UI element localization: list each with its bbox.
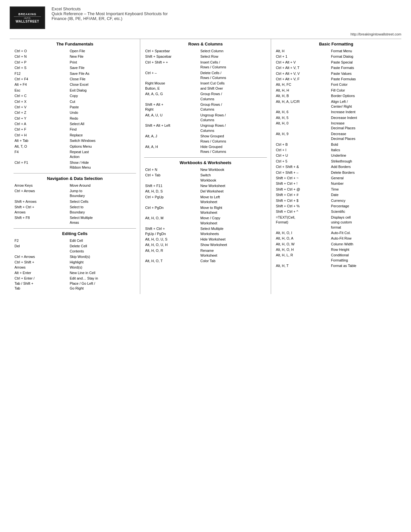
shortcut-key: Ctrl + C bbox=[14, 93, 69, 99]
table-row: Ctrl + TabSwitch Workbook bbox=[144, 172, 267, 183]
table-row: Alt, H, O, HRow Height bbox=[275, 247, 397, 252]
shortcut-desc: Select Multiple Worksheets bbox=[199, 226, 267, 237]
shortcut-desc: Del Worksheet bbox=[199, 189, 267, 194]
shortcut-desc: Paste Values bbox=[330, 71, 397, 76]
shortcut-key: Shift + Ctrl + @ bbox=[275, 187, 330, 192]
table-row: Ctrl + NNew Workbook bbox=[144, 167, 267, 172]
shortcut-key: Ctrl + 5 bbox=[275, 159, 330, 164]
shortcut-key: Ctrl + N bbox=[14, 54, 69, 59]
shortcut-key: Alt, H, 6 bbox=[275, 109, 330, 115]
shortcut-key: Alt + F4 bbox=[14, 82, 69, 87]
col-right: Basic Formatting Alt, HFormat MenuCtrl +… bbox=[271, 39, 401, 294]
shortcut-desc: Close Excel bbox=[69, 82, 136, 87]
shortcut-desc: Copy bbox=[69, 93, 136, 99]
shortcut-desc: Italics bbox=[330, 147, 397, 153]
shortcut-key: Ctrl + Tab bbox=[144, 172, 199, 183]
shortcut-key: Alt, H, H bbox=[275, 88, 330, 93]
table-row: Ctrl + SSave File bbox=[14, 65, 136, 71]
table-row: Ctrl + F4Close File bbox=[14, 76, 136, 82]
divider-editing bbox=[14, 228, 136, 229]
table-row: Ctrl + F1Show / Hide Ribbon Menu bbox=[14, 160, 136, 171]
col-left: The Fundamentals Ctrl + OOpen FileCtrl +… bbox=[10, 39, 140, 294]
shortcut-key: Alt, H, FC bbox=[275, 82, 330, 87]
shortcut-desc: Conditional Formatting bbox=[330, 252, 397, 263]
shortcut-key: Ctrl + Enter / Tab / Shift + Tab bbox=[14, 276, 69, 291]
shortcut-desc: Select to Boundary bbox=[69, 204, 136, 215]
shortcut-key: Arrow Keys bbox=[14, 183, 69, 188]
table-row: Alt, H, BBorder Options bbox=[275, 93, 397, 99]
shortcut-key: Shift + Ctrl + ~ bbox=[275, 175, 330, 181]
basic-formatting-table: Alt, HFormat MenuCtrl + 1Format DialogCt… bbox=[275, 48, 397, 269]
shortcut-key: Alt, T, O bbox=[14, 144, 69, 149]
shortcut-desc: Increase Decimal Places bbox=[330, 121, 397, 131]
shortcut-desc: Insert Cut Cells and Shift Over bbox=[199, 81, 267, 91]
shortcut-key: Ctrl + B bbox=[275, 142, 330, 147]
table-row: Alt, H, D, SDel Worksheet bbox=[144, 189, 267, 194]
table-row: Alt, H, FCFont Color bbox=[275, 82, 397, 87]
table-row: F12Save File As bbox=[14, 71, 136, 76]
shortcut-key: Esc bbox=[14, 88, 69, 93]
shortcut-desc: New Worksheet bbox=[199, 183, 267, 189]
navigation-table: Arrow KeysMove AroundCtrl + ArrowsJump t… bbox=[14, 183, 136, 226]
table-row: DelDelete Cell Contents bbox=[14, 243, 136, 254]
shortcut-key: Ctrl + Shift + Arrows bbox=[14, 260, 69, 270]
shortcut-desc: Color Tab bbox=[199, 258, 267, 264]
shortcut-desc: Switch Windows bbox=[69, 138, 136, 143]
table-row: Ctrl + 1Format Dialog bbox=[275, 54, 397, 59]
url-line: http://breakingintowallstreet.com bbox=[10, 32, 401, 36]
table-row: Ctrl + NNew File bbox=[14, 54, 136, 59]
shortcut-desc: Bold bbox=[330, 142, 397, 147]
shortcut-desc: Decrease Decimal Places bbox=[330, 131, 397, 142]
shortcut-key: Ctrl + Arrows bbox=[14, 254, 69, 260]
shortcut-desc: Font Color bbox=[330, 82, 397, 87]
table-row: Ctrl + HReplace bbox=[14, 133, 136, 138]
shortcut-desc: Show Grouped Rows / Columns bbox=[199, 133, 267, 144]
shortcut-desc: Save File As bbox=[69, 71, 136, 76]
divider-nav bbox=[14, 173, 136, 173]
table-row: Ctrl + OOpen File bbox=[14, 48, 136, 54]
shortcut-desc: Number bbox=[330, 181, 397, 186]
shortcut-desc: Increase Indent bbox=[330, 109, 397, 115]
table-row: Shift + Ctrl + $Currency bbox=[275, 198, 397, 203]
shortcut-desc: Move / Copy Worksheet bbox=[199, 215, 267, 226]
shortcut-desc: General bbox=[330, 175, 397, 181]
table-row: Alt + TabSwitch Windows bbox=[14, 138, 136, 143]
shortcut-key: Shift + Ctrl + ^ bbox=[275, 209, 330, 214]
table-row: Shift + Ctrl + ^Scientific bbox=[275, 209, 397, 214]
table-row: Alt, H, O, RRename Worksheet bbox=[144, 248, 267, 259]
shortcut-key: Ctrl + X bbox=[14, 99, 69, 104]
shortcut-desc: Cut bbox=[69, 99, 136, 104]
header: BREAKING INTO WALLSTREET Excel Shortcuts… bbox=[10, 6, 401, 29]
shortcut-desc: Select Cells bbox=[69, 199, 136, 204]
shortcut-desc: Add Borders bbox=[330, 164, 397, 170]
shortcut-desc: Edit and… Stay in Place / Go Left / Go R… bbox=[69, 276, 136, 291]
shortcut-desc: Move Around bbox=[69, 183, 136, 188]
shortcut-key: Ctrl + I bbox=[275, 147, 330, 153]
shortcut-key: Ctrl + Arrows bbox=[14, 188, 69, 199]
shortcut-key: Alt, A, G, G bbox=[144, 91, 199, 102]
table-row: Ctrl + Shift + –Delete Borders bbox=[275, 170, 397, 175]
table-row: Shift + SpacebarSelect Row bbox=[144, 54, 267, 59]
shortcut-key: Alt, H, 9 bbox=[275, 131, 330, 142]
shortcut-key: Alt, H, O, A bbox=[275, 236, 330, 241]
shortcut-key: Right Mouse Button, E bbox=[144, 81, 199, 91]
shortcut-key: Shift + Arrows bbox=[14, 199, 69, 204]
main-content: The Fundamentals Ctrl + OOpen FileCtrl +… bbox=[10, 39, 401, 294]
logo-breaking: BREAKING bbox=[14, 13, 41, 17]
shortcut-desc: Switch Workbook bbox=[199, 172, 267, 183]
shortcut-key: Ctrl + S bbox=[14, 65, 69, 71]
shortcut-key: Alt, H, O, T bbox=[144, 258, 199, 264]
shortcut-desc: Format Menu bbox=[330, 48, 397, 54]
divider-workbooks bbox=[144, 157, 267, 158]
rows-columns-table: Ctrl + SpacebarSelect ColumnShift + Spac… bbox=[144, 48, 267, 155]
editing-title: Editing Cells bbox=[14, 231, 136, 236]
shortcut-key: Shift + Ctrl + # bbox=[275, 192, 330, 198]
col-middle: Rows & Columns Ctrl + SpacebarSelect Col… bbox=[140, 39, 271, 294]
shortcut-key: Alt + Tab bbox=[14, 138, 69, 143]
shortcut-key: Ctrl + F4 bbox=[14, 76, 69, 82]
shortcut-key: Alt, A, H bbox=[144, 144, 199, 155]
shortcut-desc: Border Options bbox=[330, 93, 397, 99]
shortcut-desc: Rename Worksheet bbox=[199, 248, 267, 259]
shortcut-desc: Hide Grouped Rows / Columns bbox=[199, 144, 267, 155]
shortcut-key: Ctrl + 1 bbox=[275, 54, 330, 59]
